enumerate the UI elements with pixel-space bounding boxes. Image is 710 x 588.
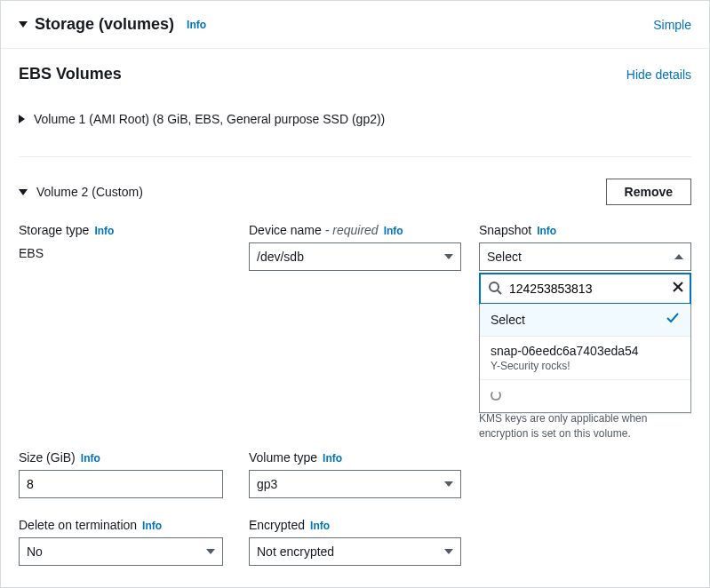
snapshot-label: Snapshot bbox=[479, 223, 531, 237]
option-sublabel: Y-Security rocks! bbox=[491, 360, 639, 372]
chevron-down-icon bbox=[206, 549, 215, 554]
encrypted-label: Encrypted bbox=[249, 518, 305, 532]
delete-on-termination-label: Delete on termination bbox=[19, 518, 137, 532]
volume-1-row[interactable]: Volume 1 (AMI Root) (8 GiB, EBS, General… bbox=[1, 96, 709, 142]
chevron-down-icon bbox=[444, 481, 453, 487]
section-header: Storage (volumes) Info Simple bbox=[1, 1, 709, 49]
checkmark-icon bbox=[666, 311, 680, 329]
device-name-field: Device name - required Info /dev/sdb bbox=[249, 223, 461, 441]
volume-2-title: Volume 2 (Custom) bbox=[36, 185, 143, 199]
required-indicator: - required bbox=[325, 223, 379, 237]
chevron-down-icon bbox=[444, 254, 453, 259]
info-link[interactable]: Info bbox=[537, 225, 556, 237]
throughput-field: Throughput Info bbox=[19, 585, 231, 588]
chevron-down-icon bbox=[444, 549, 453, 554]
device-name-select[interactable]: /dev/sdb bbox=[249, 242, 461, 271]
option-label: snap-06eedc6a7403eda54 bbox=[491, 344, 639, 358]
clear-icon[interactable] bbox=[672, 281, 684, 297]
device-name-label: Device name bbox=[249, 223, 322, 237]
volume-type-value: gp3 bbox=[257, 477, 277, 491]
svg-line-1 bbox=[498, 290, 501, 294]
hide-details-link[interactable]: Hide details bbox=[626, 68, 691, 82]
kms-hint: KMS keys are only applicable when encryp… bbox=[479, 411, 691, 441]
delete-on-termination-field: Delete on termination Info No bbox=[19, 518, 231, 566]
empty-cell bbox=[479, 518, 691, 566]
info-link[interactable]: Info bbox=[323, 452, 342, 465]
info-link[interactable]: Info bbox=[384, 225, 403, 237]
snapshot-search-row bbox=[479, 273, 691, 305]
volume-type-label: Volume type bbox=[249, 450, 317, 465]
loading-row bbox=[480, 380, 690, 412]
snapshot-option-select[interactable]: Select bbox=[480, 304, 690, 337]
spinner-icon bbox=[491, 390, 501, 401]
ebs-subheader: EBS Volumes Hide details bbox=[1, 49, 709, 96]
form-row-2: Size (GiB) Info Volume type Info gp3 bbox=[1, 443, 709, 505]
expand-icon[interactable] bbox=[19, 115, 25, 123]
collapse-icon[interactable] bbox=[19, 21, 28, 28]
volume-2-header: Volume 2 (Custom) Remove bbox=[1, 157, 709, 216]
delete-on-termination-value: No bbox=[27, 544, 43, 559]
snapshot-search-input[interactable] bbox=[509, 278, 665, 299]
storage-type-label: Storage type bbox=[19, 223, 89, 237]
volume-type-select[interactable]: gp3 bbox=[249, 470, 461, 498]
delete-on-termination-select[interactable]: No bbox=[19, 537, 223, 566]
storage-panel: Storage (volumes) Info Simple EBS Volume… bbox=[0, 0, 710, 588]
chevron-up-icon bbox=[674, 254, 683, 259]
volume-type-field: Volume type Info gp3 bbox=[249, 450, 461, 498]
volume-1-label: Volume 1 (AMI Root) (8 GiB, EBS, General… bbox=[34, 112, 385, 126]
info-link[interactable]: Info bbox=[94, 225, 114, 237]
info-link[interactable]: Info bbox=[310, 520, 330, 532]
encrypted-select[interactable]: Not encrypted bbox=[249, 537, 461, 566]
collapse-icon[interactable] bbox=[19, 189, 28, 195]
size-field: Size (GiB) Info bbox=[19, 450, 231, 498]
svg-point-0 bbox=[490, 282, 499, 291]
snapshot-selected: Select bbox=[487, 250, 522, 264]
search-icon bbox=[488, 281, 502, 298]
snapshot-option-item[interactable]: snap-06eedc6a7403eda54 Y-Security rocks! bbox=[480, 337, 690, 380]
form-row-4: Throughput Info bbox=[1, 578, 709, 588]
option-label: Select bbox=[491, 313, 525, 327]
size-label: Size (GiB) bbox=[19, 450, 76, 465]
info-link[interactable]: Info bbox=[142, 520, 162, 532]
section-title: Storage (volumes) bbox=[35, 15, 174, 34]
snapshot-dropdown: Select snap-06eedc6a7403eda54 Y-Security… bbox=[479, 273, 691, 413]
size-input[interactable] bbox=[19, 470, 223, 498]
info-link[interactable]: Info bbox=[187, 19, 206, 31]
remove-button[interactable]: Remove bbox=[606, 179, 691, 205]
simple-link[interactable]: Simple bbox=[653, 18, 691, 32]
ebs-title: EBS Volumes bbox=[19, 65, 122, 83]
snapshot-select[interactable]: Select bbox=[479, 242, 691, 271]
info-link[interactable]: Info bbox=[81, 452, 100, 465]
throughput-label: Throughput bbox=[19, 585, 83, 588]
device-name-value: /dev/sdb bbox=[257, 250, 304, 264]
form-row-1: Storage type Info EBS Device name - requ… bbox=[1, 216, 709, 449]
form-row-3: Delete on termination Info No Encrypted … bbox=[1, 511, 709, 573]
storage-type-field: Storage type Info EBS bbox=[19, 223, 231, 441]
storage-type-value: EBS bbox=[19, 242, 231, 260]
encrypted-field: Encrypted Info Not encrypted bbox=[249, 518, 461, 566]
empty-cell bbox=[479, 450, 691, 498]
snapshot-field: Snapshot Info Select Select bbox=[479, 223, 691, 441]
encrypted-value: Not encrypted bbox=[257, 544, 334, 559]
